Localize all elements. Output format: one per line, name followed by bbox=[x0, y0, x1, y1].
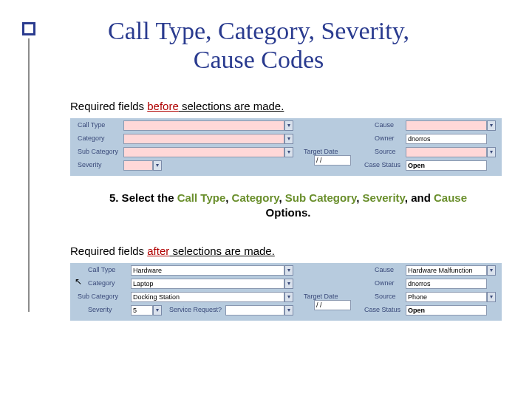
owner-label: Owner bbox=[375, 134, 395, 142]
source-field[interactable] bbox=[406, 147, 487, 157]
emph-before: before bbox=[147, 100, 179, 112]
text: , bbox=[279, 191, 284, 204]
text: selections are made. bbox=[169, 245, 275, 257]
target-date-field[interactable]: / / bbox=[314, 155, 351, 166]
cause-label: Cause bbox=[375, 266, 394, 273]
chevron-down-icon[interactable]: ▾ bbox=[487, 120, 496, 131]
sub-category-field[interactable] bbox=[123, 147, 284, 157]
vertical-rule bbox=[28, 38, 30, 312]
sub-category-field[interactable]: Docking Station bbox=[131, 292, 284, 302]
field-name: Severity bbox=[363, 191, 405, 204]
call-type-field[interactable]: Hardware bbox=[131, 265, 284, 276]
text: Required fields bbox=[70, 245, 147, 257]
severity-field[interactable]: 5 bbox=[131, 305, 153, 316]
chevron-down-icon[interactable]: ▾ bbox=[284, 292, 293, 302]
sub-category-label: Sub Category bbox=[78, 293, 118, 300]
category-label: Category bbox=[88, 279, 115, 287]
chevron-down-icon[interactable]: ▾ bbox=[153, 305, 162, 316]
source-label: Source bbox=[375, 293, 396, 300]
severity-label: Severity bbox=[78, 161, 102, 168]
service-request-field[interactable] bbox=[225, 305, 284, 316]
cause-field[interactable] bbox=[406, 120, 487, 131]
text: , bbox=[225, 191, 231, 204]
required-before-line: Required fields before selections are ma… bbox=[70, 100, 506, 112]
chevron-down-icon[interactable]: ▾ bbox=[284, 134, 293, 144]
owner-field[interactable]: dnorros bbox=[406, 279, 487, 289]
call-type-label: Call Type bbox=[88, 266, 115, 273]
step-number: 5. bbox=[109, 191, 119, 204]
severity-label: Severity bbox=[88, 306, 112, 313]
case-status-label: Case Status bbox=[364, 161, 400, 168]
chevron-down-icon[interactable]: ▾ bbox=[284, 265, 293, 276]
required-after-line: Required fields after selections are mad… bbox=[70, 245, 506, 257]
chevron-down-icon[interactable]: ▾ bbox=[284, 305, 293, 316]
form-before: Call Type ▾ Cause ▾ Category ▾ Owner dno… bbox=[70, 118, 502, 176]
step-5: 5. Select the Call Type, Category, Sub C… bbox=[100, 191, 477, 221]
category-label: Category bbox=[78, 134, 105, 142]
owner-label: Owner bbox=[375, 279, 395, 287]
form-after: ↖ Call Type Hardware ▾ Cause Hardware Ma… bbox=[70, 263, 502, 321]
source-label: Source bbox=[375, 148, 396, 155]
field-name: Sub Category bbox=[285, 191, 356, 204]
severity-field[interactable] bbox=[123, 160, 153, 171]
call-type-label: Call Type bbox=[78, 121, 105, 129]
target-date-label: Target Date bbox=[304, 148, 338, 155]
owner-field[interactable]: dnorros bbox=[406, 134, 487, 144]
chevron-down-icon[interactable]: ▾ bbox=[153, 160, 162, 171]
text: Select the bbox=[118, 191, 177, 204]
text: , bbox=[356, 191, 362, 204]
text: selections are made. bbox=[179, 100, 284, 112]
call-type-field[interactable] bbox=[123, 120, 284, 131]
field-name: Category bbox=[232, 191, 279, 204]
chevron-down-icon[interactable]: ▾ bbox=[487, 147, 496, 157]
emph-after: after bbox=[147, 245, 169, 257]
case-status-label: Case Status bbox=[364, 306, 400, 313]
sub-category-label: Sub Category bbox=[78, 148, 118, 155]
chevron-down-icon[interactable]: ▾ bbox=[487, 265, 496, 276]
source-field[interactable]: Phone bbox=[406, 292, 487, 302]
case-status-field: Open bbox=[406, 305, 487, 316]
case-status-field: Open bbox=[406, 160, 487, 171]
category-field[interactable] bbox=[123, 134, 284, 144]
cause-label: Cause bbox=[375, 121, 394, 129]
cursor-icon: ↖ bbox=[75, 276, 82, 287]
chevron-down-icon[interactable]: ▾ bbox=[284, 120, 293, 131]
accent-square bbox=[22, 22, 35, 35]
chevron-down-icon[interactable]: ▾ bbox=[284, 147, 293, 157]
service-request-label: Service Request? bbox=[169, 306, 222, 313]
field-name: Call Type bbox=[177, 191, 226, 204]
text: Options. bbox=[266, 206, 311, 219]
chevron-down-icon[interactable]: ▾ bbox=[487, 292, 496, 302]
text: , and bbox=[405, 191, 434, 204]
content: Required fields before selections are ma… bbox=[70, 100, 506, 335]
cause-field[interactable]: Hardware Malfunction bbox=[406, 265, 487, 276]
chevron-down-icon[interactable]: ▾ bbox=[284, 279, 293, 289]
category-field[interactable]: Laptop bbox=[131, 279, 284, 289]
page-title: Call Type, Category, Severity, Cause Cod… bbox=[89, 16, 429, 74]
target-date-label: Target Date bbox=[304, 293, 338, 300]
field-name: Cause bbox=[434, 191, 467, 204]
target-date-field[interactable]: / / bbox=[314, 300, 351, 310]
text: Required fields bbox=[70, 100, 147, 112]
